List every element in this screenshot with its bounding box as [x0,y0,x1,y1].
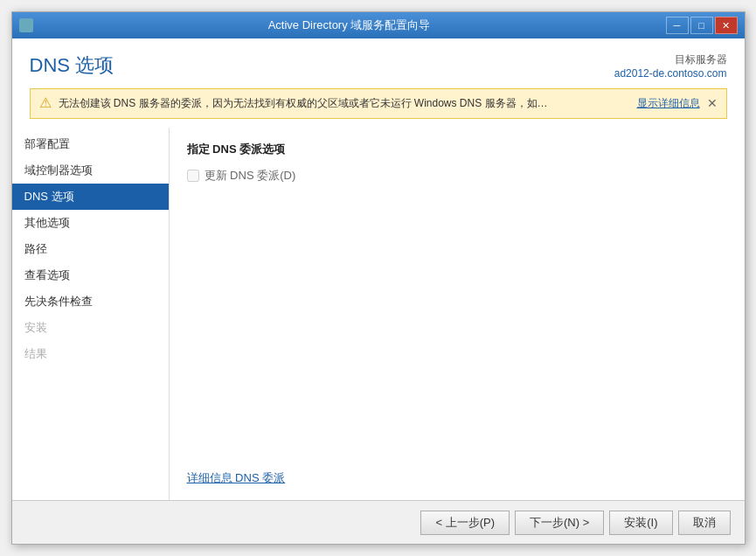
dns-detail-link[interactable]: 详细信息 DNS 委派 [187,471,286,484]
sidebar-item-other-options-label: 其他选项 [24,216,70,229]
close-button[interactable]: ✕ [715,17,738,34]
sidebar-item-dns-options-label: DNS 选项 [24,190,74,203]
sidebar-item-results: 结果 [12,341,169,367]
main-window: Active Directory 域服务配置向导 ─ □ ✕ DNS 选项 目标… [11,11,746,545]
sidebar-item-deployment[interactable]: 部署配置 [12,131,169,157]
install-button[interactable]: 安装(I) [609,511,672,535]
page-title: DNS 选项 [30,52,114,79]
sidebar-item-dns-options[interactable]: DNS 选项 [12,184,169,210]
sidebar-item-dc-options-label: 域控制器选项 [24,163,93,177]
back-button[interactable]: < 上一步(P) [420,511,510,535]
sidebar-item-prereq[interactable]: 先决条件检查 [12,288,169,315]
sidebar-item-paths-label: 路径 [24,242,47,255]
cancel-button[interactable]: 取消 [678,511,731,535]
warning-detail-link[interactable]: 显示详细信息 [637,96,700,111]
warning-bar: ⚠ 无法创建该 DNS 服务器的委派，因为无法找到有权威的父区域或者它未运行 W… [30,88,727,119]
window-icon [19,18,33,32]
sidebar-item-results-label: 结果 [24,347,47,360]
maximize-button[interactable]: □ [690,17,713,34]
server-info: 目标服务器 ad2012-de.contoso.com [614,52,727,80]
server-value: ad2012-de.contoso.com [614,67,727,80]
sidebar-item-review-label: 查看选项 [24,268,70,281]
content-area: DNS 选项 目标服务器 ad2012-de.contoso.com ⚠ 无法创… [12,38,745,500]
minimize-button[interactable]: ─ [666,17,689,34]
titlebar-controls: ─ □ ✕ [666,17,738,34]
warning-message: 无法创建该 DNS 服务器的委派，因为无法找到有权威的父区域或者它未运行 Win… [59,96,630,111]
section-title: 指定 DNS 委派选项 [187,142,727,157]
titlebar: Active Directory 域服务配置向导 ─ □ ✕ [12,12,745,38]
warning-close-button[interactable]: ✕ [707,96,718,110]
sidebar-item-paths[interactable]: 路径 [12,236,169,262]
footer: < 上一步(P) 下一步(N) > 安装(I) 取消 [12,500,745,544]
sidebar-item-other-options[interactable]: 其他选项 [12,210,169,236]
sidebar-item-prereq-label: 先决条件检查 [24,295,93,308]
dns-delegation-label: 更新 DNS 委派(D) [205,168,296,184]
dns-delegation-checkbox[interactable] [187,170,199,182]
sidebar-item-review[interactable]: 查看选项 [12,262,169,288]
sidebar-item-deployment-label: 部署配置 [24,137,70,150]
server-label: 目标服务器 [614,52,727,67]
window-title: Active Directory 域服务配置向导 [33,17,666,33]
next-button[interactable]: 下一步(N) > [515,511,604,535]
header-section: DNS 选项 目标服务器 ad2012-de.contoso.com [12,38,745,88]
link-row: 详细信息 DNS 委派 [187,470,727,486]
dns-delegation-row: 更新 DNS 委派(D) [187,168,727,184]
main-section: 部署配置 域控制器选项 DNS 选项 其他选项 路径 查看选项 [12,128,745,500]
sidebar-item-dc-options[interactable]: 域控制器选项 [12,157,169,184]
sidebar-item-install: 安装 [12,315,169,341]
sidebar-item-install-label: 安装 [24,321,47,334]
content-panel: 指定 DNS 委派选项 更新 DNS 委派(D) 详细信息 DNS 委派 [170,128,745,500]
sidebar: 部署配置 域控制器选项 DNS 选项 其他选项 路径 查看选项 [12,128,170,500]
warning-icon: ⚠ [39,96,52,110]
